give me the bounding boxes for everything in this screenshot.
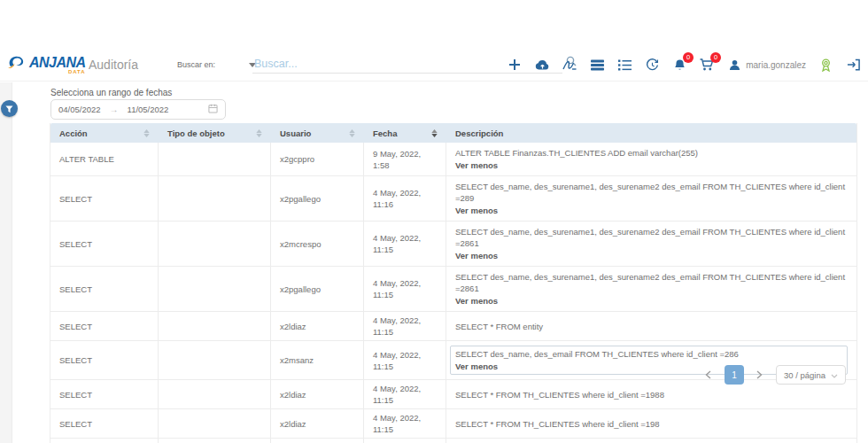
date-to[interactable]: 11/05/2022 xyxy=(128,105,169,114)
next-page-icon[interactable] xyxy=(751,366,769,384)
column-header-usuario[interactable]: Usuario xyxy=(271,123,364,143)
top-header: ANJANA DATA Auditoría Buscar en: xyxy=(0,49,868,82)
logout-icon[interactable] xyxy=(845,57,861,73)
cell-descripcion: SELECT * FROM entity xyxy=(446,312,856,340)
cell-descripcion: SELECT des_name, des_surename1, des_sure… xyxy=(446,222,856,266)
column-header-descripcion: Descripción xyxy=(446,123,856,143)
description-text: SELECT des_name, des_surename1, des_sure… xyxy=(455,271,848,294)
cell-fecha: 4 May, 2022, 11:15 xyxy=(364,312,446,340)
column-header-accion[interactable]: Acción xyxy=(50,123,159,143)
add-icon[interactable] xyxy=(507,57,523,73)
search-scope-dropdown[interactable]: Buscar en: xyxy=(177,60,256,69)
audit-table: Acción Tipo de objeto Usuario xyxy=(50,123,857,443)
date-from[interactable]: 04/05/2022 xyxy=(58,105,101,114)
chevron-down-icon xyxy=(831,370,838,380)
cell-descripcion: SELECT des_name, des_surename1, des_sure… xyxy=(446,176,856,221)
list-view-icon[interactable] xyxy=(616,57,632,73)
cell-usuario: x2gcppro xyxy=(271,143,364,175)
cell-usuario: x2ldiaz xyxy=(271,312,364,340)
cell-usuario: x2ldiaz xyxy=(271,409,364,438)
column-header-tipo[interactable]: Tipo de objeto xyxy=(159,123,271,143)
cell-tipo-de-objeto xyxy=(159,439,271,443)
cell-accion: SELECT xyxy=(50,222,159,266)
cell-descripcion: ALTER TABLE Finanzas.TH_CLIENTES ADD ema… xyxy=(446,143,856,175)
ver-menos-link[interactable]: Ver menos xyxy=(455,159,848,171)
cell-descripcion: SELECT * FROM TH_CLIENTES where id_clien… xyxy=(446,439,856,443)
cell-tipo-de-objeto xyxy=(159,222,271,266)
cell-usuario: x2ldiaz xyxy=(271,439,364,443)
cell-tipo-de-objeto xyxy=(159,409,271,438)
table-row[interactable]: SELECT x2pgallego 4 May, 2022, 11:16 SEL… xyxy=(50,176,856,222)
calendar-icon xyxy=(208,104,218,115)
brand-logo[interactable]: ANJANA DATA xyxy=(7,54,86,75)
table-row[interactable]: SELECT x2pgallego 4 May, 2022, 11:15 SEL… xyxy=(50,267,856,312)
range-arrow-icon: → xyxy=(110,105,119,114)
notifications-icon[interactable]: 0 xyxy=(671,57,687,73)
sort-icon-active xyxy=(431,129,438,137)
ver-menos-link[interactable]: Ver menos xyxy=(455,250,848,261)
brand-name: ANJANA xyxy=(29,55,86,70)
cell-usuario: x2pgallego xyxy=(271,176,364,221)
cell-fecha: 4 May, 2022, 11:15 xyxy=(364,222,446,266)
user-icon xyxy=(726,57,742,73)
cell-accion: SELECT xyxy=(50,312,159,340)
ver-menos-link[interactable]: Ver menos xyxy=(455,205,848,216)
page-title: Auditoría xyxy=(89,58,138,72)
description-text: SELECT des_name, des_surename1, des_sure… xyxy=(455,226,848,249)
cell-accion: SELECT xyxy=(50,176,159,221)
user-menu[interactable]: maria.gonzalez xyxy=(726,57,806,73)
cell-tipo-de-objeto xyxy=(159,267,271,311)
cell-usuario: x2mcrespo xyxy=(271,222,364,266)
description-text: SELECT * FROM TH_CLIENTES where id_clien… xyxy=(455,389,848,400)
table-header-row: Acción Tipo de objeto Usuario xyxy=(50,123,856,143)
page-size-select[interactable]: 30 / página xyxy=(776,365,846,385)
left-rail xyxy=(0,82,12,443)
cell-accion: SELECT xyxy=(50,267,159,311)
cart-badge: 0 xyxy=(710,52,721,63)
cart-icon[interactable]: 0 xyxy=(699,57,715,73)
cell-descripcion: SELECT * FROM TH_CLIENTES where id_clien… xyxy=(446,409,856,438)
description-text: SELECT des_name, des_surename1, des_sure… xyxy=(455,181,848,204)
cell-tipo-de-objeto xyxy=(159,380,271,408)
upload-icon[interactable] xyxy=(534,57,550,73)
signature-icon[interactable] xyxy=(562,57,577,73)
cell-tipo-de-objeto xyxy=(159,176,271,221)
table-view-icon[interactable] xyxy=(589,57,605,73)
table-row[interactable]: SELECT x2ldiaz 4 May, 2022, 11:15 SELECT… xyxy=(50,312,856,341)
table-row[interactable]: SELECT x2ldiaz 4 May, 2022, 11:15 SELECT… xyxy=(50,409,856,439)
cell-accion: SELECT xyxy=(50,439,159,443)
cell-accion: SELECT xyxy=(50,341,159,379)
table-row[interactable]: SELECT x2mcrespo 4 May, 2022, 11:15 SELE… xyxy=(50,222,856,267)
cell-accion: SELECT xyxy=(50,409,159,438)
cell-usuario: x2msanz xyxy=(271,341,364,379)
cell-fecha: 4 May, 2022, 11:16 xyxy=(364,176,446,221)
date-range-picker[interactable]: 04/05/2022 → 11/05/2022 xyxy=(50,99,226,120)
app-window: ANJANA DATA Auditoría Buscar en: xyxy=(0,0,868,443)
table-row[interactable]: ALTER TABLE x2gcppro 9 May, 2022, 1:58 A… xyxy=(50,143,856,176)
description-text: SELECT * FROM TH_CLIENTES where id_clien… xyxy=(455,418,848,430)
cell-fecha: 4 May, 2022, 11:15 xyxy=(364,439,446,443)
certificate-icon[interactable] xyxy=(818,57,833,73)
cell-fecha: 4 May, 2022, 11:15 xyxy=(364,380,446,408)
filter-button[interactable] xyxy=(1,100,18,117)
cell-descripcion: SELECT des_name, des_surename1, des_sure… xyxy=(446,267,856,311)
table-body: ALTER TABLE x2gcppro 9 May, 2022, 1:58 A… xyxy=(50,143,856,443)
table-row[interactable]: SELECT x2ldiaz 4 May, 2022, 11:15 SELECT… xyxy=(50,439,856,443)
cell-tipo-de-objeto xyxy=(159,312,271,340)
sort-icon xyxy=(256,129,262,137)
column-header-fecha[interactable]: Fecha xyxy=(364,123,446,143)
cell-tipo-de-objeto xyxy=(159,341,271,379)
history-icon[interactable] xyxy=(644,57,660,73)
previous-page-icon[interactable] xyxy=(700,366,717,384)
cell-accion: SELECT xyxy=(50,380,159,408)
notifications-badge: 0 xyxy=(683,52,694,63)
cell-fecha: 4 May, 2022, 11:15 xyxy=(364,267,446,311)
description-text: ALTER TABLE Finanzas.TH_CLIENTES ADD ema… xyxy=(455,147,848,159)
cell-usuario: x2pgallego xyxy=(271,267,364,311)
page-number-active[interactable]: 1 xyxy=(725,365,744,385)
ver-menos-link[interactable]: Ver menos xyxy=(455,295,848,307)
search-scope-label: Buscar en: xyxy=(177,60,215,69)
cell-fecha: 9 May, 2022, 1:58 xyxy=(364,143,446,175)
date-range-label: Selecciona un rango de fechas xyxy=(50,88,172,97)
description-text: SELECT * FROM entity xyxy=(455,321,848,332)
